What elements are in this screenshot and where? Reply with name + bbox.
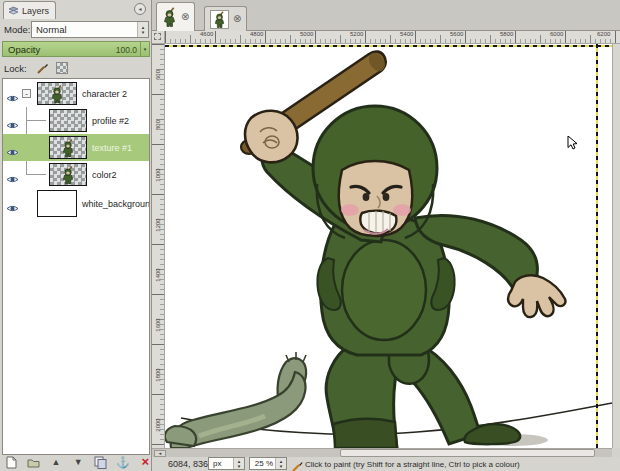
spin-down-icon: ▾ <box>144 47 147 52</box>
gimp-window: Layers ◂ Mode: Normal ▴▾ Opacity 100.0 ▾… <box>0 0 620 471</box>
new-layer-button[interactable] <box>5 455 18 469</box>
layer-row-texture-1[interactable]: texture #1 <box>3 134 149 161</box>
delete-icon: × <box>142 456 150 468</box>
layer-row-profile-2[interactable]: profile #2 <box>3 107 149 134</box>
spin-down-icon: ▾ <box>238 464 241 469</box>
image-thumbnail <box>162 7 177 27</box>
layer-row-white-background[interactable]: white_background <box>3 188 149 219</box>
ruler-label: 4600 <box>200 31 213 37</box>
layer-thumbnail[interactable] <box>49 163 87 186</box>
ruler-label: 6200 <box>597 31 610 37</box>
zoom-value: 25 % <box>250 459 275 468</box>
close-tab-icon[interactable]: ⊗ <box>233 14 241 24</box>
ruler-label: 5200 <box>350 31 363 37</box>
raise-layer-button[interactable]: ▲ <box>49 455 62 469</box>
layer-row-character-2[interactable]: - character 2 <box>3 80 149 107</box>
close-tab-icon[interactable]: ⊗ <box>181 12 189 22</box>
vertical-scrollbar[interactable] <box>612 44 620 448</box>
layer-name: profile #2 <box>92 116 129 126</box>
zoom-spinner[interactable]: ▴▾ <box>275 458 286 469</box>
visibility-eye-icon[interactable] <box>6 199 19 217</box>
anchor-icon: ⚓ <box>116 456 130 469</box>
image-thumbnail <box>210 10 229 29</box>
ruler-label: 5600 <box>450 31 463 37</box>
layer-name: color2 <box>92 170 117 180</box>
image-tab-1[interactable]: ⊗ <box>156 2 195 31</box>
ruler-corner-icon <box>154 33 161 40</box>
layers-tab-label: Layers <box>22 6 49 16</box>
layers-panel-toolbar: ▲ ▼ ⚓ × <box>0 455 152 471</box>
mode-value: Normal <box>32 24 137 35</box>
layer-thumbnail[interactable] <box>49 136 87 159</box>
unit-spinner[interactable]: ▴▾ <box>233 458 244 469</box>
character-sprite <box>61 138 75 157</box>
spin-down-icon: ▾ <box>142 30 145 35</box>
canvas-artwork-character <box>165 44 612 448</box>
scroll-left-icon: ◂ <box>159 450 162 456</box>
visibility-eye-icon[interactable] <box>6 143 19 161</box>
horizontal-ruler[interactable]: 4600 4800 5000 5200 5400 5600 5800 6000 … <box>165 31 620 44</box>
ruler-label: 1600 <box>155 313 161 337</box>
ruler-label: 1400 <box>155 263 161 287</box>
zoom-select[interactable]: 25 % ▴▾ <box>249 457 287 470</box>
mouse-cursor <box>567 136 578 154</box>
lock-pixels-icon[interactable] <box>36 61 50 79</box>
layer-boundary-right <box>596 44 598 448</box>
opacity-spinner[interactable]: ▾ <box>140 42 149 56</box>
lock-label: Lock: <box>4 63 27 74</box>
image-tab-2[interactable]: ⊗ <box>204 6 247 31</box>
layer-thumbnail[interactable] <box>37 190 77 217</box>
horizontal-scrollbar-thumb[interactable] <box>340 449 595 457</box>
duplicate-layer-button[interactable] <box>94 455 107 469</box>
mode-spinner[interactable]: ▴▾ <box>137 22 148 37</box>
ruler-label: 5400 <box>400 31 413 37</box>
layer-name: character 2 <box>82 89 127 99</box>
mode-select[interactable]: Normal ▴▾ <box>31 21 149 38</box>
mode-label: Mode: <box>4 24 30 35</box>
anchor-layer-button[interactable]: ⚓ <box>116 455 130 469</box>
image-tab-bar: ⊗ ⊗ <box>152 0 620 31</box>
horizontal-scrollbar[interactable]: ◂ <box>152 448 612 457</box>
lizard-sprite <box>165 352 306 448</box>
new-layer-group-button[interactable] <box>27 455 40 469</box>
panel-menu-button[interactable]: ◂ <box>134 3 146 15</box>
lower-layer-button[interactable]: ▼ <box>72 455 85 469</box>
layer-thumbnail[interactable] <box>37 82 77 105</box>
ruler-label: 1200 <box>155 213 161 237</box>
unit-value: px <box>209 459 233 468</box>
ruler-label: 2000 <box>155 413 161 437</box>
layer-name: white_background <box>82 199 150 209</box>
layers-icon <box>8 6 19 16</box>
layer-boundary-top <box>165 45 612 47</box>
layer-thumbnail[interactable] <box>49 109 87 132</box>
statusbar: 6084, 836 px ▴▾ 25 % ▴▾ Click to paint (… <box>152 457 620 471</box>
lower-icon: ▼ <box>74 457 83 467</box>
ruler-label: 800 <box>155 113 161 137</box>
visibility-eye-icon[interactable] <box>6 170 19 188</box>
lock-alpha-icon[interactable] <box>56 62 68 74</box>
visibility-eye-icon[interactable] <box>6 116 19 134</box>
ruler-corner-button[interactable] <box>152 31 165 44</box>
opacity-value: 100.0 <box>116 45 137 55</box>
scrollbar-corner <box>612 448 620 457</box>
ruler-label: 1800 <box>155 363 161 387</box>
ruler-label: 5000 <box>300 31 313 37</box>
tab-layers[interactable]: Layers <box>3 1 56 19</box>
scroll-left-arrow[interactable]: ◂ <box>154 450 166 457</box>
opacity-slider[interactable]: Opacity 100.0 ▾ <box>2 41 150 57</box>
lock-row: Lock: <box>0 60 152 76</box>
character-sprite <box>50 84 64 103</box>
vertical-ruler[interactable]: 600 800 1000 1200 1400 1600 1800 2000 <box>152 44 165 448</box>
paintbrush-tool-icon <box>292 458 303 471</box>
canvas[interactable] <box>165 44 612 448</box>
layer-row-color2[interactable]: color2 <box>3 161 149 188</box>
ruler-label: 4800 <box>250 31 263 37</box>
opacity-label: Opacity <box>8 44 40 55</box>
ruler-label: 5800 <box>500 31 513 37</box>
raise-icon: ▲ <box>52 457 61 467</box>
delete-layer-button[interactable]: × <box>139 455 152 469</box>
mode-row: Mode: Normal ▴▾ <box>0 21 152 38</box>
expander-icon[interactable]: - <box>22 89 31 98</box>
unit-select[interactable]: px ▴▾ <box>208 457 245 470</box>
visibility-eye-icon[interactable] <box>6 89 19 107</box>
